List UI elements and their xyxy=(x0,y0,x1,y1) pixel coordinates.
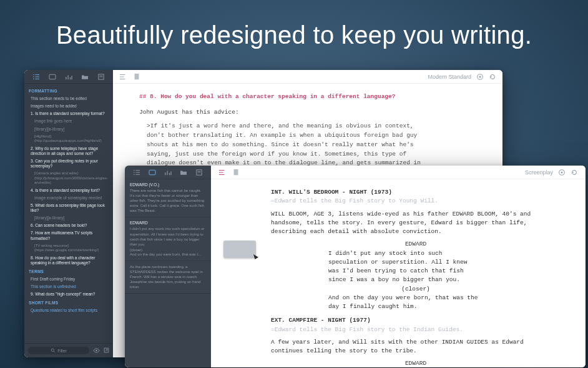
sidebar-tab-row xyxy=(125,166,211,179)
editor-toolbar: Modern Standard xyxy=(113,70,502,84)
scene-note: =Edward tells the Big Fish story to the … xyxy=(271,326,561,334)
page-view-icon[interactable] xyxy=(232,169,240,176)
outline-item[interactable]: 4. Is there a standard screenplay font? xyxy=(24,187,113,194)
outline-subitem[interactable]: [library][a-library] xyxy=(24,126,113,133)
sidebar-tab-stats[interactable] xyxy=(64,74,73,80)
template-label[interactable]: Screenplay xyxy=(525,169,553,176)
outline-item[interactable]: 8. How do you deal with a character spea… xyxy=(24,254,113,267)
card-tail: And on the day you were born, that was t… xyxy=(130,252,206,257)
dialogue-card[interactable]: EDWARD (V.O.) There are some fish that c… xyxy=(125,179,211,217)
sidebar-tab-files[interactable] xyxy=(81,74,89,80)
outline-heading-terms: TERMS xyxy=(24,267,113,276)
outline-item[interactable]: 9. What does "high concept" mean? xyxy=(24,291,113,298)
doc-line: John August has this advice: xyxy=(139,108,485,117)
outline-item[interactable]: 7. How are multicamera TV scripts format… xyxy=(24,229,113,242)
filter-placeholder: Filter xyxy=(57,349,66,353)
sidebar-tab-cards[interactable] xyxy=(48,74,57,80)
outline-item[interactable]: This section is unfinished xyxy=(24,283,113,291)
hero-headline: Beautifully redesigned to keep you writi… xyxy=(0,21,588,49)
editor-pane: Screenplay INT. WILL'S BEDROOM - NIGHT (… xyxy=(211,166,586,367)
card-body: As the plane continues boarding, a STEWA… xyxy=(130,264,206,289)
refresh-icon[interactable] xyxy=(571,169,578,176)
scene-heading: INT. WILL'S BEDROOM - NIGHT (1973) xyxy=(271,188,561,197)
character-cue: EDWARD xyxy=(322,240,509,249)
action-line: A few years later, and Will sits with th… xyxy=(271,338,561,356)
sidebar-tab-files[interactable] xyxy=(179,169,188,176)
doc-heading: ## 8. How do you deal with a character s… xyxy=(139,92,485,102)
doc-quote: >If it's just a word here and there, and… xyxy=(139,122,485,131)
outline-item[interactable]: 1. Is there a standard screenplay format… xyxy=(24,110,113,117)
window-screenplay-editor: EDWARD (V.O.) There are some fish that c… xyxy=(125,166,586,367)
search-icon xyxy=(51,348,56,353)
outline-subitem[interactable]: [library][a-library] xyxy=(24,214,113,222)
preview-icon[interactable] xyxy=(93,348,100,354)
doc-quote: shouts at his men to do something. Since… xyxy=(139,141,485,150)
template-label[interactable]: Modern Standard xyxy=(428,74,471,80)
character-cue: EDWARD xyxy=(322,359,509,367)
outline-subitem[interactable]: [Highland](http://quoteunquoteapps.com/h… xyxy=(24,133,113,145)
svg-line-15 xyxy=(54,351,56,352)
page-thumbnail-cursor[interactable] xyxy=(223,241,256,258)
outline-item[interactable]: First Draft coming Friday xyxy=(24,276,113,283)
settings-icon[interactable] xyxy=(476,73,484,81)
sidebar-tab-notes[interactable] xyxy=(195,169,203,176)
svg-rect-41 xyxy=(234,169,238,174)
outline-sidebar: FORMATTING This section needs to be edit… xyxy=(24,70,113,357)
svg-rect-6 xyxy=(49,74,56,79)
sidebar-tab-outline[interactable] xyxy=(32,74,41,80)
outline-item[interactable]: 3. Can you put directing notes in your s… xyxy=(24,157,113,170)
outline-item[interactable]: 6. Can scene headers be bold? xyxy=(24,222,113,229)
scene-heading: EXT. CAMPFIRE - NIGHT (1977) xyxy=(271,316,561,325)
action-line: WILL BLOOM, AGE 3, listens wide-eyed as … xyxy=(271,210,561,237)
dialogue-card[interactable]: EDWARD I didn't put any stock into such … xyxy=(125,217,211,261)
svg-rect-21 xyxy=(135,73,139,79)
outline-subitem[interactable]: [Camera angles and edits](http://johnaug… xyxy=(24,170,113,187)
outline-heading-short-films: SHORT FILMS xyxy=(24,298,113,307)
card-title: EDWARD (V.O.) xyxy=(130,182,206,187)
card-title: EDWARD xyxy=(130,221,206,225)
outline-item[interactable]: This section needs to be edited xyxy=(24,95,113,102)
action-card[interactable]: As the plane continues boarding, a STEWA… xyxy=(125,261,211,294)
sidebar-tab-notes[interactable] xyxy=(97,74,105,80)
dialogue-block: And on the day you were born, that was t… xyxy=(328,294,503,312)
doc-quote: saying, just use the foreign word if you… xyxy=(139,150,485,159)
sidebar-footer: Filter xyxy=(24,343,113,357)
outline-subitem[interactable]: Image example of screenplay needed xyxy=(24,194,113,202)
outline-item[interactable]: 2. Why do some teleplays have stage dire… xyxy=(24,145,113,157)
card-body: I didn't put any stock into such specula… xyxy=(130,226,206,246)
sidebar-tab-stats[interactable] xyxy=(164,169,172,176)
svg-rect-30 xyxy=(149,170,155,175)
outline-item[interactable]: 5. What does a screenplay title page loo… xyxy=(24,202,113,214)
outline-item[interactable]: Images need to be added xyxy=(24,102,113,110)
toggle-sidebar-icon[interactable] xyxy=(119,73,127,81)
parenthetical: (closer) xyxy=(353,285,478,294)
screenplay-content[interactable]: INT. WILL'S BEDROOM - NIGHT (1973) =Edwa… xyxy=(211,179,586,367)
settings-icon[interactable] xyxy=(558,169,566,176)
refresh-icon[interactable] xyxy=(489,73,496,81)
card-body: There are some fish that cannot be caugh… xyxy=(130,188,206,213)
sidebar-tab-row xyxy=(24,70,113,84)
cards-sidebar: EDWARD (V.O.) There are some fish that c… xyxy=(125,166,211,367)
toggle-sidebar-icon[interactable] xyxy=(218,169,226,176)
scene-note: =Edward tells the Big Fish story to Youn… xyxy=(271,197,561,206)
svg-point-43 xyxy=(561,171,562,173)
outline-subitem[interactable]: Image link goes here xyxy=(24,117,113,125)
outline-item[interactable]: Questions related to short film scripts xyxy=(24,307,113,314)
sidebar-tab-cards[interactable] xyxy=(148,169,157,176)
svg-point-16 xyxy=(96,349,97,351)
page-view-icon[interactable] xyxy=(133,73,140,81)
filter-input[interactable]: Filter xyxy=(28,347,89,354)
svg-point-23 xyxy=(479,76,481,77)
svg-point-14 xyxy=(51,349,54,351)
dialogue-block: I didn't put any stock into such specula… xyxy=(328,249,503,285)
outline-list[interactable]: FORMATTING This section needs to be edit… xyxy=(24,84,113,343)
export-icon[interactable] xyxy=(104,347,109,354)
doc-quote: don't bother translating it. An example … xyxy=(139,131,485,141)
outline-heading-formatting: FORMATTING xyxy=(24,86,113,95)
outline-subitem[interactable]: [TV writing resource](https://sites.goog… xyxy=(24,242,113,254)
editor-toolbar: Screenplay xyxy=(211,166,586,179)
sidebar-tab-outline[interactable] xyxy=(132,169,141,176)
